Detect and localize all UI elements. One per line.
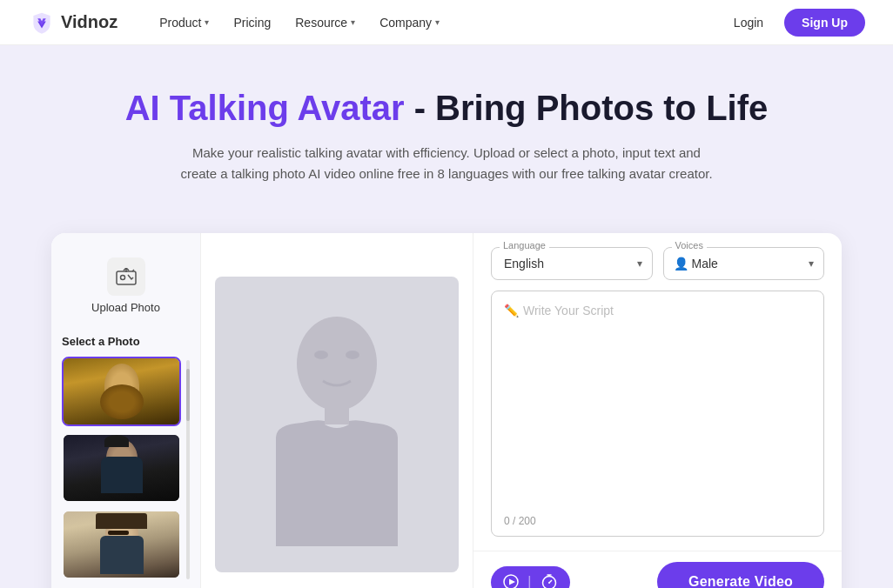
controls-divider: | <box>527 573 532 589</box>
photo-thumb-mona[interactable] <box>62 357 181 426</box>
select-row: Language English Spanish French German C… <box>491 247 824 280</box>
svg-point-8 <box>314 351 328 359</box>
voice-select[interactable]: Male Female <box>663 247 825 280</box>
brand-logo[interactable]: Vidnoz <box>28 9 118 37</box>
svg-point-16 <box>548 582 550 584</box>
generate-video-button[interactable]: Generate Video <box>657 562 824 588</box>
logo-icon <box>28 9 56 37</box>
tool-panel: Upload Photo Select a Photo <box>51 233 842 588</box>
upload-icon-box <box>107 257 145 296</box>
tool-container: Upload Photo Select a Photo <box>37 233 856 588</box>
nav-actions: Login Sign Up <box>723 9 865 37</box>
scroll-thumb <box>186 369 190 421</box>
timer-button[interactable] <box>540 573 558 588</box>
avatar-placeholder <box>215 277 459 572</box>
language-select[interactable]: English Spanish French German Chinese Ja… <box>491 247 653 280</box>
select-photo-label: Select a Photo <box>62 335 190 348</box>
nav-resource[interactable]: Resource ▾ <box>285 10 366 35</box>
avatar-silhouette <box>258 303 415 546</box>
svg-rect-7 <box>325 405 349 424</box>
right-panel: Language English Spanish French German C… <box>473 233 842 588</box>
script-input[interactable] <box>492 291 823 511</box>
bottom-bar: | Generate Video <box>473 551 842 588</box>
upload-photo-button[interactable]: Upload Photo <box>62 251 190 321</box>
play-icon <box>503 574 519 588</box>
timer-icon <box>540 573 558 588</box>
login-button[interactable]: Login <box>723 10 774 35</box>
language-label: Language <box>500 240 549 251</box>
product-chevron-icon: ▾ <box>205 17 209 27</box>
photo-thumb-napoleon[interactable] <box>62 433 181 503</box>
voices-label: Voices <box>672 240 707 251</box>
upload-icon <box>116 268 137 285</box>
signup-button[interactable]: Sign Up <box>784 9 865 37</box>
hero-section: AI Talking Avatar - Bring Photos to Life… <box>0 45 893 212</box>
char-count: 0 / 200 <box>492 511 823 536</box>
hero-title-purple: AI Talking Avatar <box>125 89 405 127</box>
nav-links: Product ▾ Pricing Resource ▾ Company ▾ <box>149 10 723 35</box>
hero-description: Make your realistic talking avatar with … <box>177 143 716 184</box>
script-area: ✏️ 0 / 200 <box>491 291 824 537</box>
navbar: Vidnoz Product ▾ Pricing Resource ▾ Comp… <box>0 0 893 45</box>
play-button[interactable] <box>503 574 519 588</box>
svg-point-1 <box>120 276 124 280</box>
nav-pricing[interactable]: Pricing <box>223 10 281 35</box>
company-chevron-icon: ▾ <box>435 17 440 27</box>
nav-company[interactable]: Company ▾ <box>369 10 450 35</box>
photo-thumb-man[interactable] <box>62 510 181 579</box>
nav-product[interactable]: Product ▾ <box>149 10 219 35</box>
script-wrapper: ✏️ <box>492 291 823 511</box>
svg-marker-11 <box>509 579 515 585</box>
resource-chevron-icon: ▾ <box>351 17 355 27</box>
svg-point-6 <box>297 317 377 411</box>
upload-label: Upload Photo <box>91 301 160 314</box>
hero-title-rest: - Bring Photos to Life <box>405 89 769 127</box>
photo-list <box>62 357 181 579</box>
hero-title: AI Talking Avatar - Bring Photos to Life <box>17 87 876 129</box>
photo-gallery-row <box>62 357 190 579</box>
language-select-group: Language English Spanish French German C… <box>491 247 653 280</box>
media-controls: | <box>491 566 570 589</box>
svg-point-9 <box>346 351 359 359</box>
brand-name: Vidnoz <box>61 12 118 32</box>
scroll-track[interactable] <box>186 360 190 579</box>
voice-select-group: Voices 👤 Male Female ▾ <box>663 247 825 280</box>
sidebar: Upload Photo Select a Photo <box>51 233 201 588</box>
avatar-preview <box>201 233 473 588</box>
controls-panel: Language English Spanish French German C… <box>473 233 842 551</box>
